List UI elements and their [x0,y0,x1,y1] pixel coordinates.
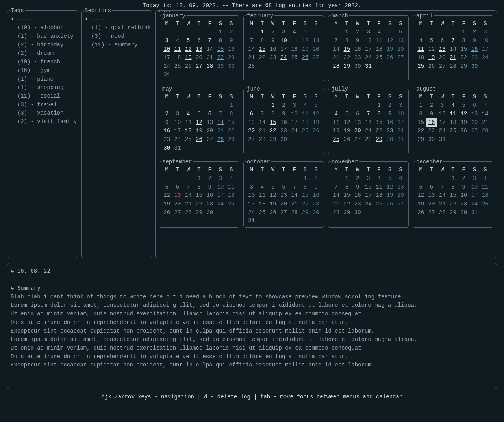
day-cell[interactable]: 3 [469,174,480,183]
day-cell[interactable]: 17 [469,191,480,200]
day-cell[interactable]: 19 [183,54,194,62]
day-cell[interactable]: 29 [341,209,352,217]
day-cell[interactable]: 9 [278,110,289,118]
day-cell[interactable]: 7 [246,37,257,45]
day-cell[interactable]: 21 [437,200,448,209]
day-cell[interactable]: 11 [257,191,267,200]
day-cell[interactable]: 31 [395,135,406,144]
sections-item[interactable]: (11) - summary [85,41,148,50]
day-cell[interactable]: 7 [331,37,341,45]
day-cell[interactable]: 6 [194,37,204,45]
day-cell[interactable]: 6 [204,110,215,118]
day-cell[interactable]: 25 [331,135,341,144]
day-cell[interactable]: 22 [341,54,352,62]
day-cell[interactable]: 22 [194,200,204,209]
day-cell[interactable]: 16 [161,127,172,135]
day-cell[interactable]: 21 [480,118,491,127]
day-cell[interactable]: 27 [204,135,215,144]
day-cell[interactable]: 8 [257,37,267,45]
day-cell[interactable]: 16 [469,45,480,54]
day-cell[interactable]: 16 [204,191,215,200]
day-cell[interactable]: 12 [300,37,310,45]
day-cell[interactable]: 21 [289,200,300,209]
day-cell[interactable]: 12 [161,191,172,200]
day-cell[interactable]: 20 [204,127,215,135]
day-cell[interactable]: 4 [183,110,194,118]
day-cell[interactable]: 4 [300,101,310,110]
day-cell[interactable]: 17 [437,118,448,127]
day-cell[interactable]: 10 [161,45,172,54]
day-cell[interactable]: 9 [384,110,395,118]
day-cell[interactable]: 4 [374,174,384,183]
day-cell[interactable]: 23 [311,200,321,209]
day-cell[interactable]: 22 [215,54,226,62]
month-february[interactable]: februaryMTWTFSS 123456789101112131415161… [243,15,324,81]
day-cell[interactable]: 26 [384,200,395,209]
tags-selected[interactable]: > ----- [11,15,74,24]
day-cell[interactable]: 1 [341,174,352,183]
day-cell[interactable]: 31 [172,144,183,153]
day-cell[interactable]: 29 [226,135,237,144]
sections-item[interactable]: (1) - goal rethink [85,24,148,32]
day-cell[interactable]: 8 [448,183,458,192]
day-cell[interactable]: 24 [278,54,289,62]
day-cell[interactable]: 8 [341,183,352,192]
day-cell[interactable]: 6 [395,174,406,183]
day-cell[interactable]: 17 [363,191,374,200]
day-cell[interactable]: 8 [268,110,278,118]
day-cell[interactable]: 22 [415,127,426,135]
day-cell[interactable]: 28 [289,209,300,217]
day-cell[interactable]: 12 [415,191,426,200]
day-cell[interactable]: 14 [257,118,267,127]
day-cell[interactable]: 28 [183,209,194,217]
day-cell[interactable]: 19 [384,45,395,54]
day-cell[interactable]: 10 [363,183,374,192]
day-cell[interactable]: 3 [278,28,289,37]
day-cell[interactable]: 19 [311,118,321,127]
day-cell[interactable]: 20 [352,127,363,135]
day-cell[interactable]: 4 [226,174,237,183]
day-cell[interactable]: 18 [448,118,458,127]
day-cell[interactable]: 25 [289,54,300,62]
day-cell[interactable]: 23 [268,54,278,62]
day-cell[interactable]: 1 [194,174,204,183]
day-cell[interactable]: 10 [278,37,289,45]
month-november[interactable]: novemberMTWTFSS 123456789101112131415161… [328,161,409,228]
day-cell[interactable]: 26 [458,127,469,135]
day-cell[interactable]: 24 [480,54,491,62]
day-cell[interactable]: 15 [257,45,267,54]
day-cell[interactable]: 16 [384,118,395,127]
day-cell[interactable]: 11 [183,118,194,127]
day-cell[interactable]: 8 [194,183,204,192]
day-cell[interactable]: 15 [341,191,352,200]
day-cell[interactable]: 2 [352,28,363,37]
day-cell[interactable]: 20 [194,54,204,62]
tags-item[interactable]: (11) - social [11,92,74,101]
day-cell[interactable]: 13 [352,118,363,127]
day-cell[interactable]: 7 [331,183,341,192]
day-cell[interactable]: 29 [448,209,458,217]
day-cell[interactable]: 30 [352,62,363,71]
day-cell[interactable]: 4 [480,174,491,183]
day-cell[interactable]: 6 [426,183,437,192]
sections-panel[interactable]: Sections > ----- (1) - goal rethink (3) … [81,10,152,258]
day-cell[interactable]: 24 [437,127,448,135]
day-cell[interactable]: 8 [300,183,310,192]
day-cell[interactable]: 16 [311,191,321,200]
day-cell[interactable]: 15 [226,118,237,127]
day-cell[interactable]: 29 [415,135,426,144]
day-cell[interactable]: 2 [204,174,215,183]
day-cell[interactable]: 29 [374,135,384,144]
day-cell[interactable]: 3 [363,174,374,183]
day-cell[interactable]: 3 [161,37,172,45]
day-cell[interactable]: 9 [469,37,480,45]
day-cell[interactable]: 28 [331,62,341,71]
day-cell[interactable]: 21 [215,127,226,135]
day-cell[interactable]: 18 [257,200,267,209]
day-cell[interactable]: 1 [300,174,310,183]
day-cell[interactable]: 19 [341,127,352,135]
day-cell[interactable]: 31 [246,217,257,226]
day-cell[interactable]: 8 [215,37,226,45]
day-cell[interactable]: 12 [458,110,469,118]
month-december[interactable]: decemberMTWTFSS 123456789101112131415161… [413,161,493,228]
